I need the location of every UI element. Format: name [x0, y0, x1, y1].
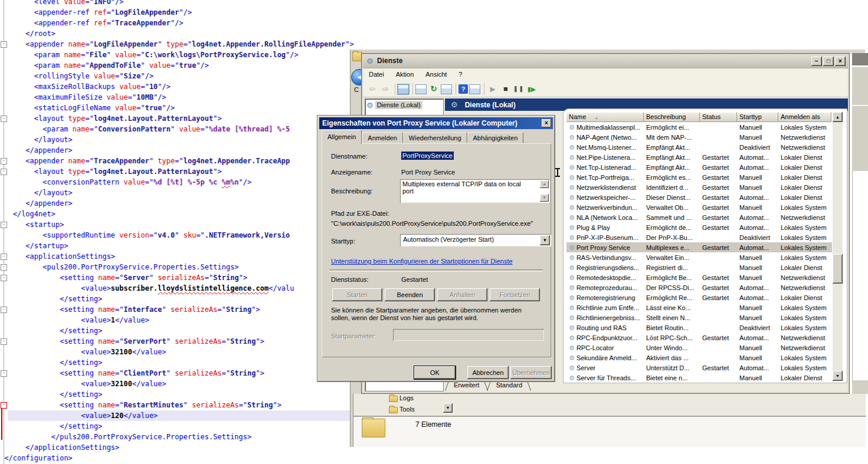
service-row[interactable]: Port Proxy ServiceMultiplexes e...Gestar… [566, 242, 832, 252]
menu-hilfe[interactable]: ? [453, 68, 468, 81]
xml-code-editor[interactable]: <level value="INFO"/> <appender-ref ref=… [0, 0, 361, 464]
service-gear-icon [569, 344, 575, 351]
forward-icon[interactable]: ⇨ [379, 84, 391, 94]
export-list-icon[interactable] [441, 84, 452, 94]
starttyp-combobox[interactable]: Automatisch (Verzögerter Start) [400, 234, 551, 246]
collapse-box-icon[interactable]: - [1, 116, 7, 122]
service-row[interactable]: Netzwerkspeicher-...Dieser Dienst...Gest… [566, 192, 832, 202]
tab-allgemein[interactable]: Allgemein [322, 130, 362, 144]
dialog-titlebar[interactable]: Eigenschaften von Port Proxy Service (Lo… [319, 117, 553, 129]
startoptionen-help-link[interactable]: Unterstützung beim Konfigurieren der Sta… [331, 258, 513, 265]
scroll-up-icon[interactable]: ▲ [540, 180, 549, 188]
service-row[interactable]: RPC-Endpunktzuor...Löst RPC-Sch...Gestar… [566, 333, 832, 343]
collapse-box-icon[interactable]: - [1, 41, 7, 48]
minimize-button[interactable] [811, 57, 822, 66]
service-row[interactable]: RemoteregistrierungErmöglicht Re...Gesta… [566, 292, 832, 302]
column-header-name[interactable]: Name [566, 112, 644, 122]
restart-service-icon[interactable]: ▮▶ [526, 84, 538, 94]
collapse-box-icon[interactable]: - [1, 222, 7, 228]
start-service-icon[interactable]: ▶ [487, 84, 499, 94]
explorer-tree-item[interactable]: Tools [399, 406, 415, 413]
collapse-box-icon[interactable]: - [1, 264, 7, 271]
tab-wiederherstellung[interactable]: Wiederherstellung [403, 132, 467, 144]
beenden-button[interactable]: Beenden [385, 288, 435, 301]
back-icon[interactable]: ⇦ [366, 84, 378, 94]
service-row[interactable]: Registrierungsdiens...Registriert di...M… [566, 262, 832, 272]
tab-anmelden[interactable]: Anmelden [362, 132, 403, 144]
explorer-tree-item[interactable]: Logs [399, 394, 414, 402]
service-row[interactable]: Server für Threads...Bietet eine n...Man… [566, 373, 832, 383]
service-row[interactable]: Net.Msmq-Listener...Empfängt Akt...Deakt… [566, 142, 832, 152]
scrollbar-thumb[interactable] [833, 254, 843, 284]
collapse-box-icon[interactable]: - [1, 254, 7, 260]
fortsetzen-button[interactable]: Fortsetzen [490, 288, 540, 301]
menu-aktion[interactable]: Aktion [390, 68, 420, 81]
services-window-titlebar[interactable]: Dienste [363, 55, 848, 68]
close-button[interactable] [835, 57, 846, 66]
service-row[interactable]: NetzwerklistendienstIdentifiziert d...Ge… [566, 182, 832, 192]
services-scrollbar[interactable]: ▲ ▼ [833, 112, 843, 381]
show-console-tree-icon[interactable] [398, 84, 409, 94]
scroll-down-icon[interactable]: ▼ [833, 371, 843, 381]
beschreibung-textbox[interactable]: Multiplexes external TCP/IP data on loca… [400, 179, 550, 203]
service-cell: Remoteprozedurau... [566, 284, 644, 291]
ok-button[interactable]: OK [414, 366, 456, 379]
help-icon[interactable]: ? [458, 84, 468, 94]
abbrechen-button[interactable]: Abbrechen [467, 366, 509, 379]
extended-view-icon[interactable] [469, 84, 480, 94]
service-row[interactable]: Sekundäre Anmeld...Aktiviert das ...Manu… [566, 353, 832, 363]
column-header-beschreibung[interactable]: Beschreibung [644, 112, 700, 122]
collapse-box-icon[interactable]: - [1, 307, 7, 313]
anzeigename-label: Anzeigename: [331, 169, 372, 176]
menu-ansicht[interactable]: Ansicht [420, 68, 453, 81]
refresh-icon[interactable]: ↻ [428, 84, 440, 94]
tree-item-dienste-lokal[interactable]: Dienste (Lokal) [366, 101, 422, 109]
chevron-down-icon[interactable] [540, 235, 550, 245]
service-row[interactable]: Richtlinienergebniss...Stellt einen N...… [566, 312, 832, 323]
service-row[interactable]: Net.Pipe-Listenera...Empfängt Akt...Gest… [566, 152, 832, 162]
collapse-box-icon[interactable]: - [1, 402, 7, 409]
tab-erweitert[interactable]: Erweitert [446, 381, 487, 391]
dropdown-arrow-button[interactable]: ▼ [443, 403, 453, 413]
collapse-box-icon[interactable]: - [1, 169, 7, 175]
service-row[interactable]: NLA (Network Loca...Sammelt und ...Gesta… [566, 212, 832, 222]
column-header-status[interactable]: Status [700, 112, 737, 122]
service-row[interactable]: RPC-LocatorUnter Windo...ManuellNetzwerk… [566, 343, 832, 353]
code-area[interactable]: <level value="INFO"/> <appender-ref ref=… [0, 0, 361, 463]
scroll-down-icon[interactable]: ▼ [540, 194, 549, 202]
stop-service-icon[interactable]: ■ [500, 84, 512, 94]
tab-standard[interactable]: Standard [487, 381, 530, 391]
service-row[interactable]: Multimediaklassenpl...Ermöglicht ei...Ma… [566, 122, 832, 132]
service-row[interactable]: Richtlinie zum Entfe...Lässt eine Ko...M… [566, 302, 832, 312]
service-row[interactable]: PnP-X-IP-Busenum...Der PnP-X-Bu...Deakti… [566, 232, 832, 242]
dialog-close-icon[interactable] [542, 119, 551, 127]
explorer-item-count: 7 Elemente [415, 420, 451, 429]
service-row[interactable]: Remoteprozedurau...Der RPCSS-Di...Gestar… [566, 282, 832, 292]
collapse-box-icon[interactable]: - [1, 275, 7, 281]
scroll-up-icon[interactable]: ▲ [833, 112, 843, 122]
service-row[interactable]: Netzwerkverbindun...Verwaltet Ob...Gesta… [566, 202, 832, 212]
service-row[interactable]: Plug & PlayErmöglicht de...GestartetAuto… [566, 222, 832, 232]
menu-datei[interactable]: Datei [363, 68, 390, 81]
maximize-button[interactable] [823, 57, 834, 66]
uebernehmen-button[interactable]: Übernehmen [510, 366, 552, 379]
collapse-box-icon[interactable]: - [1, 338, 7, 345]
column-header-anmelden-als[interactable]: Anmelden als [778, 112, 831, 122]
service-row[interactable]: Net.Tcp-Listenerad...Empfängt Akt...Gest… [566, 162, 832, 172]
starten-button[interactable]: Starten [332, 288, 382, 301]
collapse-box-icon[interactable]: - [1, 158, 7, 164]
startparameter-input[interactable] [393, 329, 544, 341]
service-row[interactable]: Routing und RASBietet Routin...Deaktivie… [566, 323, 832, 333]
dienstname-value[interactable]: PortProxyService [401, 152, 454, 160]
service-row[interactable]: NAP-Agent (Netwo...Mit dem NAP-...Manuel… [566, 132, 832, 142]
properties-icon[interactable] [415, 84, 427, 94]
service-row[interactable]: ServerUnterstützt D...GestartetAutomat..… [566, 363, 832, 373]
collapse-box-icon[interactable]: - [1, 370, 7, 377]
anhalten-button[interactable]: Anhalten [437, 288, 487, 301]
service-row[interactable]: RAS-Verbindungsv...Verwaltet Ein...Manue… [566, 252, 832, 262]
service-row[interactable]: Remotedesktopdie...Ermöglicht Be...Gesta… [566, 272, 832, 282]
tab-abhaengigkeiten[interactable]: Abhängigkeiten [467, 132, 524, 144]
pause-service-icon[interactable]: ❚❚ [513, 84, 525, 94]
column-header-starttyp[interactable]: Starttyp [737, 112, 778, 122]
service-row[interactable]: Net.Tcp-Portfreiga...Ermöglicht es...Ges… [566, 172, 832, 182]
